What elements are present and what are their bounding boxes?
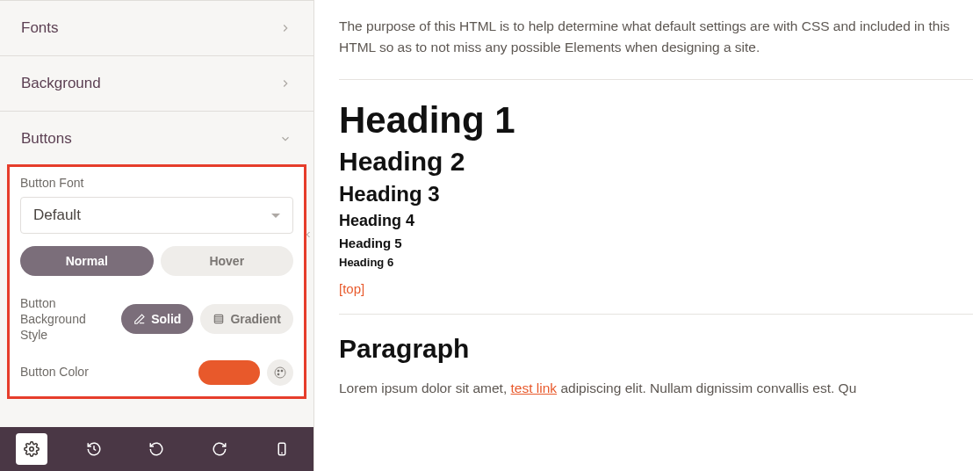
divider — [339, 79, 973, 80]
chevron-right-icon — [278, 76, 292, 91]
heading-5: Heading 5 — [339, 236, 973, 250]
history-button[interactable] — [78, 433, 110, 465]
color-control — [198, 359, 293, 386]
section-label: Background — [21, 75, 101, 92]
redo-button[interactable] — [204, 433, 235, 465]
svg-point-5 — [29, 447, 33, 452]
button-font-select[interactable]: Default — [20, 197, 293, 234]
heading-2: Heading 2 — [339, 147, 973, 177]
divider — [339, 314, 973, 315]
preview-pane: The purpose of this HTML is to help dete… — [314, 0, 980, 471]
paragraph-heading: Paragraph — [339, 334, 973, 364]
intro-text: The purpose of this HTML is to help dete… — [339, 16, 973, 58]
settings-button[interactable] — [16, 433, 47, 465]
palette-icon — [273, 366, 287, 380]
svg-point-2 — [277, 370, 279, 372]
history-icon — [86, 441, 102, 457]
state-tab-hover[interactable]: Hover — [161, 246, 294, 276]
chevron-down-icon — [278, 132, 292, 146]
svg-point-1 — [275, 367, 285, 378]
bg-style-label: Button Background Style — [20, 295, 108, 344]
state-toggle: Normal Hover — [20, 246, 293, 276]
bg-style-options: Solid Gradient — [121, 304, 293, 334]
test-link[interactable]: test link — [511, 380, 558, 395]
section-label: Fonts — [21, 19, 59, 37]
sidebar-scroll: Fonts Background Buttons — [0, 0, 313, 471]
color-picker-button[interactable] — [267, 359, 293, 386]
opt-label: Gradient — [230, 312, 281, 326]
section-fonts[interactable]: Fonts — [0, 0, 313, 56]
customizer-sidebar: Fonts Background Buttons — [0, 0, 314, 471]
paragraph-body: Lorem ipsum dolor sit amet, test link ad… — [339, 378, 973, 399]
collapse-sidebar-button[interactable] — [302, 227, 314, 243]
section-label: Buttons — [21, 130, 72, 148]
section-buttons[interactable]: Buttons — [0, 112, 313, 166]
bg-style-solid[interactable]: Solid — [121, 304, 193, 334]
buttons-panel: Button Font Default Normal Hover Button … — [7, 164, 306, 399]
caret-down-icon — [271, 214, 280, 218]
gear-icon — [24, 441, 40, 457]
pencil-icon — [133, 313, 146, 325]
state-tab-normal[interactable]: Normal — [20, 246, 154, 276]
undo-button[interactable] — [141, 433, 172, 465]
button-color-row: Button Color — [20, 359, 293, 386]
section-background[interactable]: Background — [0, 56, 313, 112]
heading-4: Heading 4 — [339, 212, 973, 230]
svg-point-4 — [277, 373, 279, 375]
opt-label: Solid — [151, 312, 181, 326]
mobile-preview-button[interactable] — [266, 433, 298, 465]
bottom-toolbar — [0, 427, 313, 471]
chevron-right-icon — [278, 21, 292, 35]
button-font-label: Button Font — [20, 176, 293, 190]
bg-style-row: Button Background Style Solid — [20, 295, 293, 344]
select-value: Default — [33, 207, 81, 224]
mobile-icon — [274, 441, 290, 457]
heading-1: Heading 1 — [339, 99, 973, 141]
bg-style-gradient[interactable]: Gradient — [200, 304, 293, 334]
heading-6: Heading 6 — [339, 256, 973, 269]
paragraph-prefix: Lorem ipsum dolor sit amet, — [339, 380, 511, 395]
gradient-icon — [213, 313, 225, 325]
top-link[interactable]: [top] — [339, 281, 364, 296]
undo-icon — [148, 441, 164, 457]
color-swatch[interactable] — [198, 360, 260, 385]
redo-icon — [212, 441, 227, 457]
button-color-label: Button Color — [20, 364, 190, 380]
paragraph-suffix: adipiscing elit. Nullam dignissim conval… — [557, 380, 856, 395]
heading-3: Heading 3 — [339, 182, 973, 207]
svg-point-3 — [281, 370, 283, 372]
